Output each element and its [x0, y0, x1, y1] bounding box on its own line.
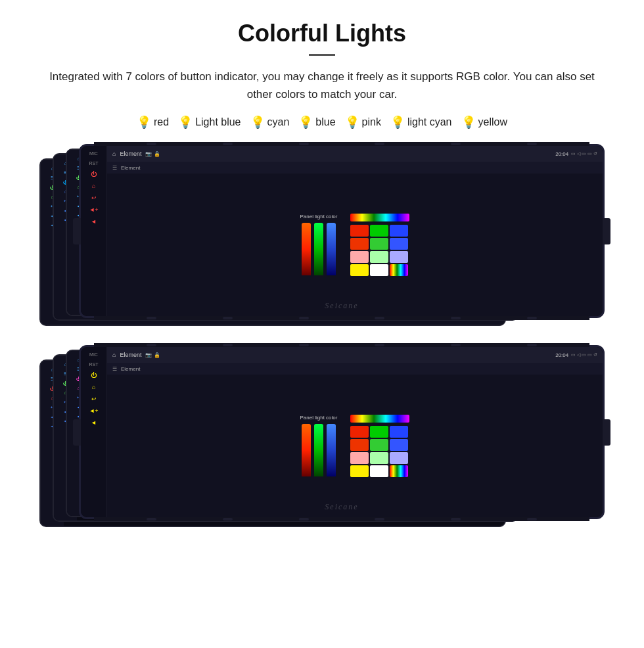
bracket-right: [603, 218, 610, 244]
device-front-top: MIC RST ⏻ ⌂ ↩ ◄+ ◄ ⌂ E: [79, 144, 605, 318]
color-item-yellow: 💡 yellow: [461, 115, 507, 129]
bulb-icon-lightblue: 💡: [178, 115, 193, 129]
color-item-cyan: 💡 cyan: [250, 115, 290, 129]
panel-light-title: Panel light color: [300, 214, 338, 220]
color-label-lightcyan: light cyan: [407, 116, 452, 128]
page-description: Integrated with 7 colors of button indic…: [39, 68, 605, 103]
screen-time: 20:04: [555, 151, 568, 157]
color-label-yellow: yellow: [478, 116, 507, 128]
title-divider: [309, 54, 335, 56]
bottom-bracket-right: [603, 419, 610, 446]
bottom-screen-time: 20:04: [555, 352, 568, 358]
color-label-blue: blue: [315, 116, 335, 128]
top-devices-section: ⌂ ☰ ⏻ ⌂ ↩ ◄ ◄: [26, 144, 618, 335]
bracket-left: [73, 218, 81, 244]
bulb-icon-cyan: 💡: [250, 115, 265, 129]
bulb-icon-red: 💡: [137, 115, 151, 129]
bottom-screen-title: Element: [120, 352, 141, 358]
color-label-pink: pink: [362, 116, 381, 128]
color-item-lightblue: 💡 Light blue: [178, 115, 241, 129]
screen-area: ⌂ Element 📷 🔒 20:04 ▭ ◁ ▭ ▭ ↺ ☰: [107, 146, 603, 316]
bulb-icon-blue: 💡: [298, 115, 313, 129]
color-item-lightcyan: 💡 light cyan: [390, 115, 452, 129]
device-front-bottom: MIC RST ⏻ ⌂ ↩ ◄+ ◄ ⌂ E: [79, 345, 605, 519]
color-label-red: red: [154, 116, 169, 128]
color-item-red: 💡 red: [137, 115, 169, 129]
bottom-screen-submenu: Element: [121, 366, 140, 372]
bottom-panel-light-title: Panel light color: [300, 415, 338, 421]
bulb-icon-pink: 💡: [345, 115, 359, 129]
bottom-devices-section: ⌂ ☰ ⏻ ⌂ ↩ ◄ ◄ ⌂ ☰ ⏻ ⌂ ↩ ◄: [26, 345, 618, 542]
color-item-blue: 💡 blue: [298, 115, 335, 129]
bulb-icon-lightcyan: 💡: [390, 115, 405, 129]
bulb-icon-yellow: 💡: [461, 115, 476, 129]
bottom-left-icon-panel: MIC RST ⏻ ⌂ ↩ ◄+ ◄: [81, 347, 107, 517]
left-icon-panel: MIC RST ⏻ ⌂ ↩ ◄+ ◄: [81, 146, 107, 316]
page-container: Colorful Lights Integrated with 7 colors…: [0, 0, 644, 572]
bottom-bracket-left: [73, 419, 81, 446]
page-title: Colorful Lights: [26, 20, 618, 47]
color-label-cyan: cyan: [267, 116, 290, 128]
bottom-screen-area: ⌂ Element 📷 🔒 20:04 ▭ ◁ ▭ ▭ ↺ ☰: [107, 347, 603, 517]
screen-submenu: Element: [121, 165, 140, 171]
color-label-lightblue: Light blue: [195, 116, 241, 128]
color-item-pink: 💡 pink: [345, 115, 381, 129]
color-labels-row: 💡 red 💡 Light blue 💡 cyan 💡 blue 💡 pink …: [26, 115, 618, 129]
screen-title: Element: [120, 150, 141, 157]
